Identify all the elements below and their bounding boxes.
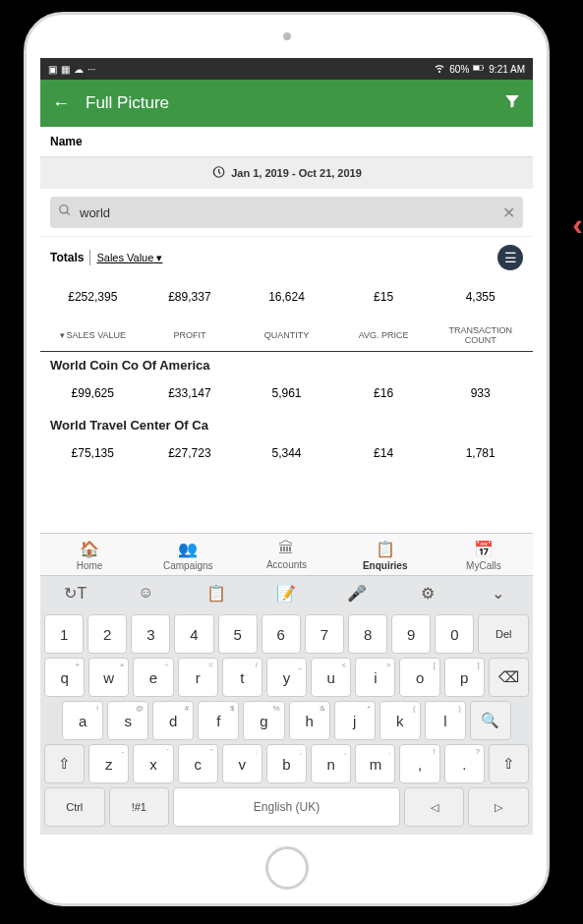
key[interactable]: 3 [131, 614, 170, 654]
key[interactable]: m. [355, 744, 395, 783]
nav-label: Enquiries [363, 560, 408, 571]
key[interactable]: 🔍 [470, 701, 511, 740]
key[interactable]: p] [444, 658, 485, 697]
search-icon [58, 203, 72, 221]
nav-label: MyCalls [466, 560, 501, 571]
key[interactable]: 8 [348, 614, 387, 654]
key[interactable]: q+ [44, 658, 85, 697]
menu-button[interactable]: ☰ [497, 245, 523, 270]
key[interactable]: a! [62, 701, 103, 740]
totals-values-row: £252,395 £89,337 16,624 £15 4,355 [40, 278, 533, 316]
key[interactable]: 4 [174, 614, 213, 654]
totals-quantity: 16,624 [238, 290, 335, 304]
clear-search-button[interactable]: ✕ [502, 203, 515, 222]
key[interactable]: 1 [44, 614, 84, 654]
search-box[interactable]: ✕ [50, 197, 523, 228]
totals-avg-price: £15 [335, 290, 433, 304]
key[interactable]: ⇧ [44, 744, 85, 783]
history-icon [211, 165, 225, 181]
key[interactable]: y_ [266, 658, 307, 697]
key-ctrl[interactable]: Ctrl [44, 787, 105, 827]
key[interactable]: k( [379, 701, 421, 740]
cell: £75,135 [44, 446, 142, 460]
key[interactable]: o[ [399, 658, 439, 697]
company-name[interactable]: World Coin Co Of America [40, 352, 533, 375]
back-button[interactable]: ← [52, 93, 70, 114]
col-quantity[interactable]: QUANTITY [238, 325, 335, 345]
col-avg-price[interactable]: AVG. PRICE [335, 325, 433, 345]
key-sym[interactable]: !#1 [109, 787, 170, 827]
key[interactable]: z- [88, 744, 129, 783]
key[interactable]: ,! [399, 744, 439, 783]
key-left[interactable]: ◁ [404, 787, 465, 827]
nav-label: Campaigns [163, 560, 213, 571]
key[interactable]: ⇧ [489, 744, 529, 783]
kb-tool[interactable]: ⚙ [392, 584, 463, 603]
kb-tool[interactable]: 🎤 [321, 584, 392, 603]
key[interactable]: ⌫ [489, 658, 529, 697]
col-profit[interactable]: PROFIT [142, 325, 239, 345]
home-button[interactable] [265, 846, 309, 890]
key[interactable]: c" [178, 744, 218, 783]
nav-accounts[interactable]: 🏛Accounts [237, 540, 335, 571]
key[interactable]: h& [289, 701, 330, 740]
key[interactable]: l) [425, 701, 466, 740]
nav-enquiries[interactable]: 📋Enquiries [336, 540, 435, 571]
date-range-row[interactable]: Jan 1, 2019 - Oct 21, 2019 [40, 157, 533, 189]
key[interactable]: x' [133, 744, 173, 783]
more-icon: ··· [87, 64, 95, 75]
key[interactable]: 5 [218, 614, 258, 654]
kb-tool[interactable]: ↻T [40, 584, 111, 603]
name-label: Name [40, 127, 533, 157]
nav-icon: 🏛 [237, 540, 335, 557]
bottom-nav: 🏠Home👥Campaigns🏛Accounts📋Enquiries📅MyCal… [40, 533, 533, 575]
key[interactable]: i> [355, 658, 395, 697]
battery-icon [473, 62, 485, 76]
company-name[interactable]: World Travel Center Of Ca [40, 412, 533, 434]
search-row: ✕ [40, 189, 533, 236]
key[interactable]: 6 [262, 614, 301, 654]
svg-rect-1 [474, 66, 480, 70]
key[interactable]: s@ [107, 701, 148, 740]
kb-tool[interactable]: ☺ [111, 584, 182, 603]
filter-icon[interactable] [503, 92, 521, 114]
kb-tool[interactable]: 📋 [181, 584, 252, 603]
svg-rect-2 [483, 67, 484, 69]
key[interactable]: n, [311, 744, 351, 783]
key[interactable]: e÷ [133, 658, 173, 697]
key[interactable]: 9 [391, 614, 431, 654]
key[interactable]: b; [266, 744, 307, 783]
key[interactable]: j* [334, 701, 376, 740]
key[interactable]: 2 [87, 614, 127, 654]
key[interactable]: g% [243, 701, 284, 740]
nav-home[interactable]: 🏠Home [40, 540, 139, 571]
search-input[interactable] [80, 205, 495, 220]
key[interactable]: f$ [198, 701, 239, 740]
pointer-arrow-icon: ‹ [572, 206, 583, 243]
key[interactable]: .? [444, 744, 485, 783]
key[interactable]: t/ [222, 658, 262, 697]
col-txn-count[interactable]: TRANSACTION COUNT [432, 325, 529, 345]
key[interactable]: r= [178, 658, 218, 697]
key[interactable]: d# [152, 701, 194, 740]
svg-line-5 [67, 212, 70, 215]
key-right[interactable]: ▷ [468, 787, 529, 827]
key[interactable]: u< [311, 658, 351, 697]
key-space[interactable]: English (UK) [173, 787, 400, 827]
nav-icon: 👥 [139, 540, 237, 558]
key[interactable]: 7 [305, 614, 344, 654]
col-sales-value[interactable]: ▾ SALES VALUE [44, 325, 142, 345]
key[interactable]: v: [222, 744, 262, 783]
key[interactable]: w× [88, 658, 129, 697]
kb-tool[interactable]: 📝 [252, 584, 322, 603]
sort-dropdown[interactable]: Sales Value ▾ [96, 252, 162, 264]
kb-tool[interactable]: ⌄ [462, 584, 533, 603]
cell: £33,147 [142, 386, 239, 400]
battery-percent: 60% [449, 64, 469, 75]
nav-mycalls[interactable]: 📅MyCalls [435, 540, 533, 571]
nav-campaigns[interactable]: 👥Campaigns [139, 540, 237, 571]
key[interactable]: Del [478, 614, 529, 654]
key[interactable]: 0 [435, 614, 474, 654]
keyboard: 1234567890Delq+w×e÷r=t/y_u<i>o[p]⌫a!s@d#… [40, 610, 533, 835]
status-icons-left: ▣ ▦ ☁ ··· [48, 64, 95, 75]
